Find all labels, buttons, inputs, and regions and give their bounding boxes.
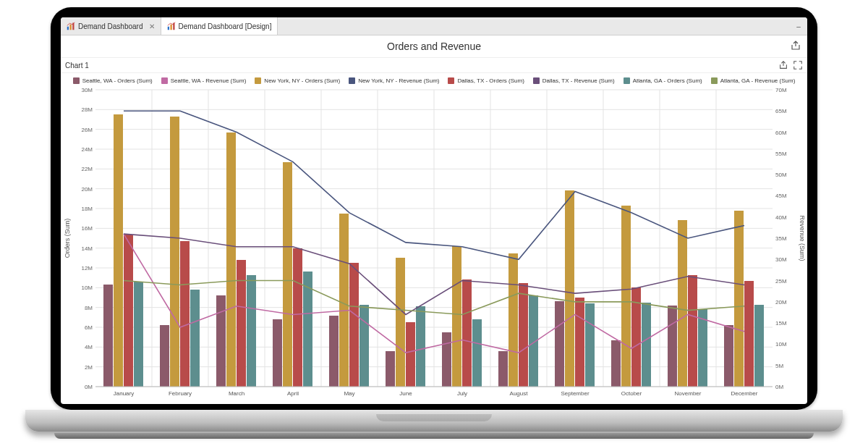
svg-text:March: March [229,390,244,397]
svg-text:5M: 5M [775,363,783,369]
legend-label: Dallas, TX - Orders (Sum) [457,77,524,84]
svg-text:65M: 65M [775,108,787,114]
bar[interactable] [498,351,508,387]
legend-item[interactable]: Seattle, WA - Orders (Sum) [73,77,153,84]
bar[interactable] [216,295,226,387]
svg-text:July: July [457,390,467,397]
bar[interactable] [678,220,687,387]
fullscreen-icon[interactable] [793,60,803,70]
bar[interactable] [349,263,359,387]
legend-label: Seattle, WA - Orders (Sum) [82,77,153,84]
svg-text:60M: 60M [775,130,787,136]
bar[interactable] [442,332,451,387]
tab-demand-dashboard[interactable]: Demand Dashboard ✕ [61,17,161,35]
bar[interactable] [611,340,621,387]
chart-header: Chart 1 [61,58,807,73]
bar[interactable] [509,253,518,387]
svg-rect-3 [167,27,169,30]
export-icon[interactable] [790,40,801,51]
bar[interactable] [529,295,538,387]
bar[interactable] [698,309,707,387]
bar[interactable] [396,258,405,387]
svg-rect-1 [70,25,72,30]
laptop-bezel: Demand Dashboard ✕ Demand Dashboard [Des… [51,7,817,410]
bar[interactable] [329,316,339,387]
svg-rect-4 [170,25,171,30]
bar[interactable] [190,290,200,387]
bar[interactable] [744,281,754,387]
close-icon[interactable]: ✕ [149,22,155,30]
legend-label: Atlanta, GA - Orders (Sum) [633,77,702,84]
chart-title: Chart 1 [65,62,89,70]
legend-item[interactable]: Atlanta, GA - Revenue (Sum) [711,77,796,84]
bar[interactable] [237,260,246,387]
svg-text:December: December [731,390,758,397]
bar[interactable] [283,162,292,387]
legend-swatch [349,77,355,84]
bar[interactable] [462,279,472,387]
legend-item[interactable]: Dallas, TX - Revenue (Sum) [533,77,615,84]
bar[interactable] [565,190,574,387]
svg-text:25M: 25M [775,278,787,285]
svg-text:30M: 30M [775,256,787,263]
bar[interactable] [724,325,733,387]
bar[interactable] [273,319,282,387]
bar[interactable] [386,351,395,387]
legend-item[interactable]: Dallas, TX - Orders (Sum) [448,77,524,84]
bar[interactable] [754,305,764,387]
bar[interactable] [555,301,564,387]
legend-label: Atlanta, GA - Revenue (Sum) [720,77,796,84]
bar[interactable] [668,306,677,387]
svg-text:55M: 55M [775,151,787,157]
svg-text:18M: 18M [81,206,93,212]
export-icon[interactable] [778,60,788,70]
tab-bar: Demand Dashboard ✕ Demand Dashboard [Des… [61,17,807,35]
chart-legend: Seattle, WA - Orders (Sum)Seattle, WA - … [61,73,807,85]
svg-text:22M: 22M [81,166,93,172]
legend-item[interactable]: Atlanta, GA - Orders (Sum) [624,77,702,84]
legend-label: Seattle, WA - Revenue (Sum) [171,77,247,84]
svg-text:26M: 26M [81,127,93,133]
bar[interactable] [406,322,415,387]
svg-text:70M: 70M [775,87,787,93]
bar[interactable] [339,214,349,387]
legend-item[interactable]: Seattle, WA - Revenue (Sum) [161,77,247,84]
bar[interactable] [226,132,236,387]
window-minimize-button[interactable]: – [790,17,807,35]
laptop-frame: Demand Dashboard ✕ Demand Dashboard [Des… [25,7,843,439]
svg-text:50M: 50M [775,172,787,178]
bar[interactable] [359,305,369,387]
bar[interactable] [160,325,169,387]
svg-text:40M: 40M [775,214,787,221]
laptop-notch [376,414,492,421]
svg-text:12M: 12M [81,265,93,272]
bar[interactable] [472,319,482,387]
bar[interactable] [124,235,133,387]
bar[interactable] [452,246,461,387]
svg-text:January: January [114,390,134,397]
svg-text:20M: 20M [81,186,93,193]
bar[interactable] [621,206,631,387]
bar[interactable] [519,283,528,387]
bar[interactable] [734,211,744,387]
legend-label: Dallas, TX - Revenue (Sum) [542,77,615,84]
bar[interactable] [134,282,143,387]
bar[interactable] [114,114,123,387]
bar[interactable] [180,241,190,387]
bar[interactable] [688,275,697,387]
bar[interactable] [293,248,302,387]
legend-item[interactable]: New York, NY - Orders (Sum) [255,77,340,84]
bar[interactable] [585,303,595,387]
bar[interactable] [642,303,651,387]
bar[interactable] [575,298,584,387]
svg-text:20M: 20M [775,299,787,306]
bar[interactable] [170,117,179,387]
tab-demand-dashboard-design[interactable]: Demand Dashboard [Design] [161,17,278,35]
legend-item[interactable]: New York, NY - Revenue (Sum) [349,77,439,84]
svg-text:35M: 35M [775,235,787,242]
svg-text:28M: 28M [81,106,93,113]
svg-text:10M: 10M [775,341,787,348]
bar[interactable] [416,306,425,387]
bar[interactable] [103,285,113,387]
bar[interactable] [247,275,256,387]
